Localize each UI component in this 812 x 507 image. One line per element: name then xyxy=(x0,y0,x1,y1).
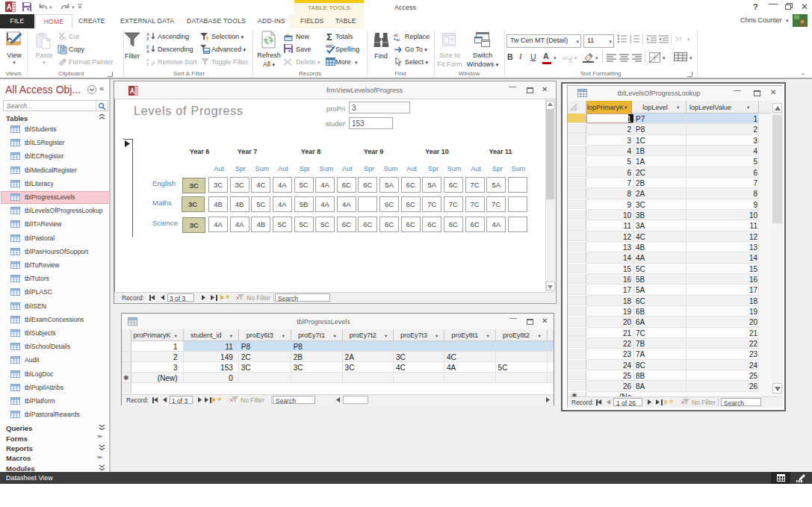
svg-text:¶: ¶ xyxy=(679,37,682,42)
svg-text:ac: ac xyxy=(396,37,400,41)
svg-text:ab: ab xyxy=(562,55,568,61)
svg-text:Z: Z xyxy=(146,62,149,66)
svg-text:3: 3 xyxy=(630,40,632,43)
svg-text:Z: Z xyxy=(146,37,149,40)
svg-text:A: A xyxy=(146,49,149,53)
